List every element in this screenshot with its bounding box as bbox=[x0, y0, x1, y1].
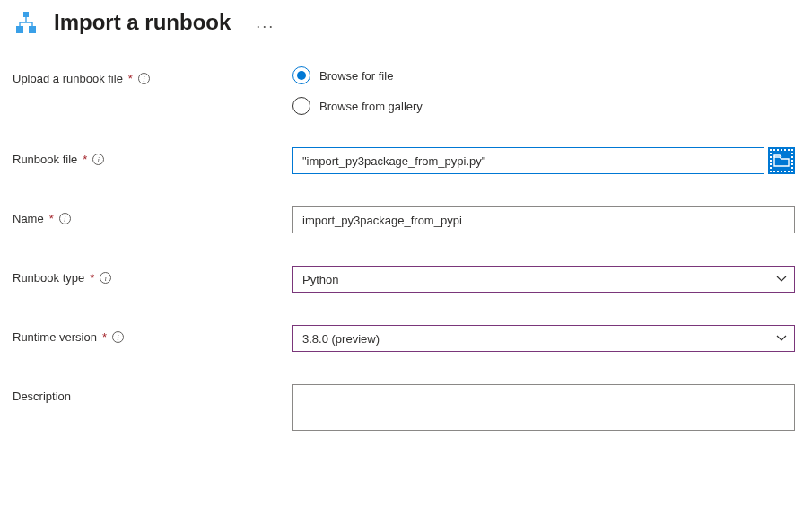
label-description: Description bbox=[13, 384, 292, 403]
required-marker: * bbox=[102, 330, 107, 344]
info-icon[interactable]: i bbox=[112, 331, 124, 343]
page-title: Import a runbook bbox=[54, 10, 231, 35]
chevron-down-icon bbox=[776, 276, 787, 283]
page-header: Import a runbook ... bbox=[13, 9, 799, 36]
runtime-version-select[interactable]: 3.8.0 (preview) bbox=[292, 325, 795, 352]
select-value: Python bbox=[302, 273, 338, 286]
folder-icon bbox=[773, 154, 790, 167]
label-runbook-file: Runbook file * i bbox=[13, 147, 292, 166]
select-value: 3.8.0 (preview) bbox=[302, 332, 380, 346]
runbook-type-select[interactable]: Python bbox=[292, 266, 795, 293]
radio-icon bbox=[292, 66, 310, 84]
radio-browse-from-gallery[interactable]: Browse from gallery bbox=[292, 97, 795, 115]
field-upload-runbook-file: Upload a runbook file * i Browse for fil… bbox=[13, 66, 799, 115]
label-text: Description bbox=[13, 390, 71, 403]
info-icon[interactable]: i bbox=[92, 154, 104, 165]
field-runbook-type: Runbook type * i Python bbox=[13, 266, 799, 293]
label-text: Runbook file bbox=[13, 153, 77, 166]
radio-icon bbox=[292, 97, 310, 115]
radio-label: Browse for file bbox=[319, 69, 393, 83]
label-text: Runbook type bbox=[13, 271, 84, 285]
label-text: Runtime version bbox=[13, 330, 97, 344]
svg-rect-1 bbox=[16, 26, 23, 33]
field-runtime-version: Runtime version * i 3.8.0 (preview) bbox=[13, 325, 799, 352]
description-textarea[interactable] bbox=[292, 384, 795, 431]
runbook-file-input[interactable] bbox=[292, 147, 764, 174]
field-description: Description bbox=[13, 384, 799, 434]
radio-browse-for-file[interactable]: Browse for file bbox=[292, 66, 795, 84]
name-input[interactable] bbox=[292, 206, 795, 233]
label-runbook-type: Runbook type * i bbox=[13, 266, 292, 285]
field-name: Name * i bbox=[13, 206, 799, 233]
chevron-down-icon bbox=[776, 335, 787, 342]
svg-rect-0 bbox=[23, 12, 29, 17]
label-upload-runbook-file: Upload a runbook file * i bbox=[13, 66, 292, 85]
svg-rect-2 bbox=[29, 26, 36, 33]
upload-radio-group: Browse for file Browse from gallery bbox=[292, 66, 795, 115]
more-actions-button[interactable]: ... bbox=[250, 13, 280, 32]
required-marker: * bbox=[90, 271, 94, 285]
info-icon[interactable]: i bbox=[100, 272, 111, 284]
info-icon[interactable]: i bbox=[138, 73, 150, 84]
required-marker: * bbox=[83, 153, 87, 166]
label-runtime-version: Runtime version * i bbox=[13, 325, 292, 344]
info-icon[interactable]: i bbox=[59, 213, 71, 224]
hierarchy-icon bbox=[13, 9, 39, 36]
label-text: Name bbox=[13, 212, 44, 225]
radio-label: Browse from gallery bbox=[319, 100, 423, 113]
label-name: Name * i bbox=[13, 206, 292, 225]
browse-file-button[interactable] bbox=[768, 147, 795, 174]
required-marker: * bbox=[49, 212, 54, 225]
required-marker: * bbox=[128, 72, 133, 85]
field-runbook-file: Runbook file * i bbox=[13, 147, 799, 174]
label-text: Upload a runbook file bbox=[13, 72, 123, 85]
